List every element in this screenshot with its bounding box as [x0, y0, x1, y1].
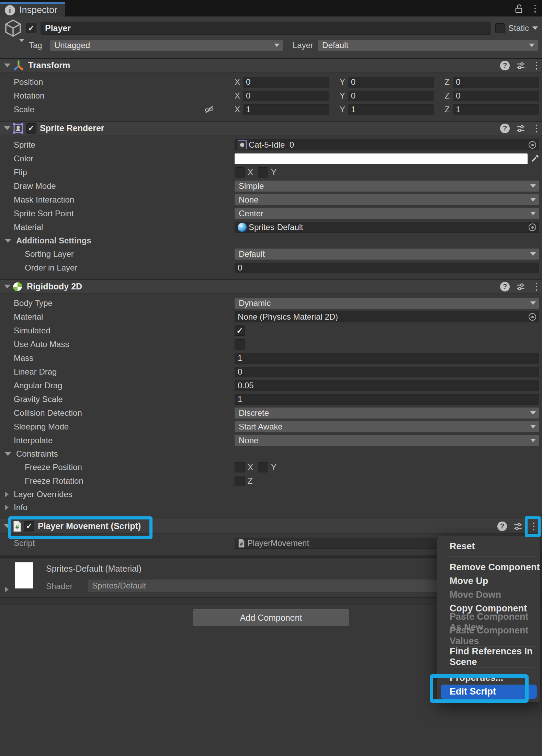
- angular-drag-row: Angular Drag: [0, 379, 542, 392]
- angular-drag-field[interactable]: [235, 380, 539, 391]
- gameobject-active-checkbox[interactable]: ✓: [26, 23, 36, 33]
- unlock-icon[interactable]: [515, 3, 523, 14]
- mask-interaction-dropdown[interactable]: None: [235, 194, 539, 205]
- player-movement-foldout-icon[interactable]: [4, 524, 10, 528]
- linear-drag-field[interactable]: [235, 367, 539, 377]
- rotation-x-field[interactable]: [243, 91, 329, 101]
- interpolate-value: None: [239, 436, 258, 445]
- rigidbody2d-presets-icon[interactable]: [516, 282, 526, 291]
- collision-detection-dropdown[interactable]: Discrete: [235, 408, 539, 419]
- tag-value: Untagged: [54, 41, 90, 50]
- position-x-field[interactable]: [243, 77, 329, 88]
- sprite-renderer-kebab-icon[interactable]: ⋮: [532, 123, 539, 134]
- static-checkbox[interactable]: [495, 23, 505, 33]
- sprite-object-picker-icon[interactable]: [529, 141, 536, 149]
- transform-help-icon[interactable]: ?: [500, 61, 510, 70]
- eyedropper-icon[interactable]: [530, 154, 539, 163]
- scale-z-field[interactable]: [453, 104, 539, 115]
- constraints-foldout[interactable]: Constraints: [0, 447, 542, 460]
- gameobject-name-field[interactable]: [41, 22, 491, 35]
- additional-settings-foldout[interactable]: Additional Settings: [0, 234, 542, 247]
- layer-dropdown[interactable]: Default: [318, 40, 538, 51]
- flip-y-checkbox[interactable]: [258, 167, 268, 177]
- material-preview-foldout-icon[interactable]: [5, 586, 9, 593]
- add-component-button[interactable]: Add Component: [193, 609, 349, 626]
- mass-field[interactable]: [235, 353, 539, 364]
- gameobject-cube-icon[interactable]: [3, 19, 26, 38]
- axis-y-label: Y: [340, 105, 348, 114]
- axis-x-label: X: [235, 105, 243, 114]
- gravity-scale-field[interactable]: [235, 394, 539, 405]
- rigidbody2d-foldout-icon[interactable]: [4, 285, 10, 288]
- menu-item-move-up[interactable]: Move Up: [437, 574, 540, 588]
- script-label: Script: [14, 538, 235, 548]
- flip-y-label: Y: [271, 168, 276, 177]
- menu-item-find-references-in-scene[interactable]: Find References In Scene: [437, 650, 540, 664]
- order-in-layer-row: Order in Layer: [0, 261, 542, 275]
- sprite-value: Cat-5-Idle_0: [249, 140, 294, 150]
- layer-overrides-foldout-icon: [5, 491, 9, 497]
- menu-item-remove-component[interactable]: Remove Component: [437, 560, 540, 574]
- additional-settings-foldout-icon: [5, 239, 11, 243]
- shader-label: Shader: [46, 582, 72, 591]
- rigidbody2d-help-icon[interactable]: ?: [500, 282, 510, 291]
- player-movement-help-icon[interactable]: ?: [497, 522, 507, 531]
- sprite-row: Sprite Cat-5-Idle_0: [0, 138, 542, 152]
- axis-z-label: Z: [444, 105, 453, 114]
- inspector-kebab-icon[interactable]: ⋮: [530, 3, 537, 14]
- sprite-object-field[interactable]: Cat-5-Idle_0: [235, 139, 539, 150]
- transform-foldout-icon[interactable]: [4, 64, 10, 67]
- player-movement-presets-icon[interactable]: [513, 522, 523, 531]
- sprite-renderer-foldout-icon[interactable]: [4, 126, 10, 130]
- simulated-checkbox[interactable]: ✓: [235, 325, 245, 336]
- flip-x-checkbox[interactable]: [235, 167, 245, 177]
- rotation-z-field[interactable]: [453, 91, 539, 101]
- player-movement-enabled-checkbox[interactable]: ✓: [24, 521, 34, 531]
- order-in-layer-label: Order in Layer: [14, 263, 235, 273]
- menu-item-properties[interactable]: Properties...: [437, 671, 540, 685]
- position-z-field[interactable]: [453, 77, 539, 88]
- scale-x-field[interactable]: [243, 104, 329, 115]
- tag-dropdown[interactable]: Untagged: [50, 40, 283, 51]
- position-y-field[interactable]: [348, 77, 434, 88]
- interpolate-dropdown[interactable]: None: [235, 435, 539, 446]
- sorting-layer-dropdown[interactable]: Default: [235, 249, 539, 260]
- freeze-position-y-checkbox[interactable]: [258, 462, 268, 472]
- info-foldout[interactable]: Info: [0, 501, 542, 514]
- player-movement-kebab-icon[interactable]: ⋮: [529, 521, 539, 531]
- rigidbody2d-kebab-icon[interactable]: ⋮: [532, 282, 539, 292]
- sprite-renderer-help-icon[interactable]: ?: [500, 124, 510, 133]
- gameobject-header: ✓ Static Tag Untagged Layer Default: [0, 16, 542, 58]
- static-dropdown-caret[interactable]: [532, 26, 538, 30]
- use-auto-mass-checkbox[interactable]: [235, 339, 245, 350]
- rotation-row: Rotation X Y Z: [0, 89, 542, 103]
- sprite-sort-point-dropdown[interactable]: Center: [235, 208, 539, 219]
- rotation-y-field[interactable]: [348, 91, 434, 101]
- interpolate-caret-icon: [530, 439, 536, 442]
- sr-material-picker-icon[interactable]: [529, 224, 536, 231]
- layer-overrides-foldout[interactable]: Layer Overrides: [0, 488, 542, 501]
- collision-detection-label: Collision Detection: [14, 408, 235, 418]
- tab-inspector[interactable]: i Inspector: [0, 2, 65, 16]
- sr-material-object-field[interactable]: Sprites-Default: [235, 222, 539, 233]
- sleeping-mode-dropdown[interactable]: Start Awake: [235, 421, 539, 432]
- order-in-layer-field[interactable]: [235, 263, 539, 273]
- rb-material-picker-icon[interactable]: [529, 313, 536, 321]
- draw-mode-dropdown[interactable]: Simple: [235, 181, 539, 192]
- transform-kebab-icon[interactable]: ⋮: [532, 60, 539, 71]
- freeze-rotation-z-checkbox[interactable]: [235, 476, 245, 486]
- linear-drag-row: Linear Drag: [0, 365, 542, 379]
- body-type-dropdown[interactable]: Dynamic: [235, 298, 539, 309]
- sprite-renderer-enabled-checkbox[interactable]: ✓: [26, 123, 36, 134]
- scale-y-field[interactable]: [348, 104, 434, 115]
- rb-material-object-field[interactable]: None (Physics Material 2D): [235, 311, 539, 322]
- color-swatch[interactable]: [235, 153, 528, 164]
- gameobject-icon-caret[interactable]: [19, 39, 24, 42]
- sprite-renderer-presets-icon[interactable]: [516, 124, 526, 133]
- body-type-caret-icon: [530, 301, 536, 305]
- menu-item-edit-script[interactable]: Edit Script: [441, 685, 537, 699]
- constrain-proportions-icon[interactable]: [204, 104, 214, 115]
- freeze-position-x-checkbox[interactable]: [235, 462, 245, 472]
- menu-item-reset[interactable]: Reset: [437, 539, 540, 553]
- transform-presets-icon[interactable]: [516, 61, 526, 70]
